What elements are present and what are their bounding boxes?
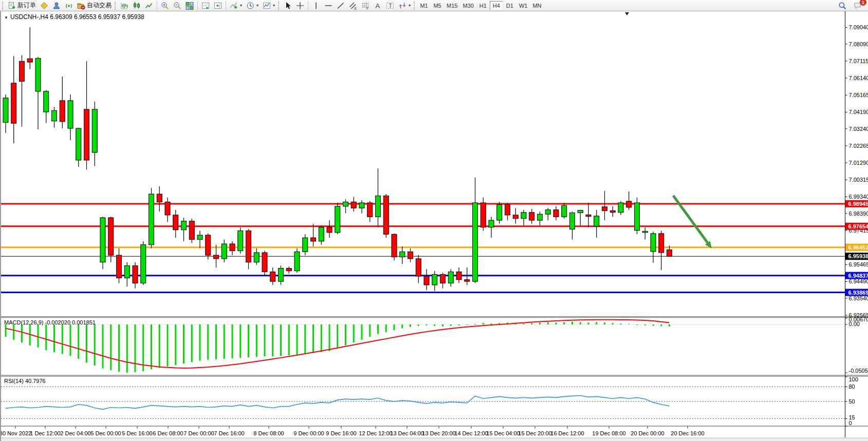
text-label-button[interactable]: T — [384, 1, 396, 11]
horizontal-line-button[interactable] — [322, 1, 335, 11]
time-tick-label: 1 Dec 12:00 — [30, 430, 60, 436]
price-tick-label: 7.09040 — [849, 24, 868, 30]
timeframe-button-w1[interactable]: W1 — [516, 1, 530, 10]
rsi-tick-label: 0 — [849, 420, 852, 426]
chevron-down-icon[interactable]: ▾ — [273, 3, 275, 8]
bar-chart-button[interactable] — [118, 1, 131, 11]
time-axis[interactable]: 30 Nov 20221 Dec 12:002 Dec 04:005 Dec 0… — [1, 426, 705, 436]
timeframe-button-h4[interactable]: H4 — [490, 1, 503, 10]
auto-scroll-button[interactable] — [199, 1, 212, 11]
chart-collapse-icon[interactable]: ▼ — [4, 15, 8, 20]
price-badge-label: 6.95938 — [848, 253, 868, 259]
timeframe-button-m30[interactable]: M30 — [460, 1, 476, 10]
price-tick-label: 7.01290 — [849, 160, 868, 166]
zoom-out-button[interactable] — [171, 1, 183, 11]
new-order-button[interactable]: 新订单 — [6, 1, 38, 11]
time-tick-label: 6 Dec 08:00 — [153, 430, 183, 436]
timeframe-button-m1[interactable]: M1 — [417, 1, 431, 10]
timeframe-button-h1[interactable]: H1 — [476, 1, 490, 10]
fibonacci-button[interactable]: F — [359, 1, 372, 11]
toolbar: 新订单自动交易▾▾▾EFAT▾M1M5M15M30H1H4D1W1MN1 — [0, 0, 868, 11]
trendline-icon — [337, 2, 345, 10]
crosshair-icon — [296, 2, 304, 10]
autotrading-icon — [77, 2, 85, 10]
text-button[interactable]: A — [372, 1, 384, 11]
line-chart-button[interactable] — [143, 1, 155, 11]
price-badge-label: 6.93869 — [848, 290, 868, 296]
chart-title: ▼USDCNH-,H4 6.96309 6.96553 6.95937 6.95… — [4, 13, 144, 21]
timeframe-button-d1[interactable]: D1 — [503, 1, 516, 10]
chart-title-text: USDCNH-,H4 6.96309 6.96553 6.95937 6.959… — [10, 13, 144, 21]
search-button[interactable] — [836, 1, 848, 11]
profile-icon — [52, 2, 61, 10]
svg-text:E: E — [355, 6, 357, 10]
rsi-tick-label: 80 — [849, 384, 855, 390]
trendline-button[interactable] — [335, 1, 347, 11]
toolbar-separator — [226, 1, 226, 10]
quotes-button[interactable] — [38, 1, 50, 11]
time-tick-label: 20 Dec 00:00 — [631, 430, 664, 436]
toolbar-grip[interactable] — [2, 2, 5, 10]
price-tick-label: 7.03240 — [849, 126, 868, 132]
toolbar-grip[interactable] — [115, 2, 117, 10]
zoom-in-button[interactable] — [159, 1, 171, 11]
price-tick-label: 7.08090 — [849, 41, 868, 47]
rsi-indicator-label: RSI(14) 40.7976 — [4, 378, 46, 384]
price-tick-label: 7.02265 — [849, 143, 868, 149]
profile-button[interactable] — [50, 1, 63, 11]
timeframe-button-mn[interactable]: MN — [530, 1, 544, 10]
arrows-button[interactable]: ▾ — [396, 1, 413, 11]
autotrading-button[interactable]: 自动交易 — [75, 1, 114, 11]
chart-shift-icon — [214, 2, 222, 10]
time-tick-label: 15 Dec 04:00 — [486, 430, 520, 436]
rsi-tick-label: 100 — [849, 376, 858, 382]
periods-icon — [246, 2, 254, 10]
periods-button[interactable]: ▾ — [244, 1, 261, 11]
hline-icon — [324, 2, 333, 10]
timeframe-button-m5[interactable]: M5 — [431, 1, 444, 10]
price-badge-label: 6.94837 — [848, 273, 868, 279]
notifications-button[interactable]: 1 — [852, 1, 864, 11]
chevron-down-icon[interactable]: ▾ — [240, 3, 242, 8]
time-tick-label: 7 Dec 00:00 — [183, 430, 214, 436]
svg-text:A: A — [376, 2, 380, 10]
time-tick-label: 12 Dec 12:00 — [359, 430, 392, 436]
macd-tick-label: -0.050575 — [849, 368, 868, 374]
vertical-line-button[interactable] — [310, 1, 322, 11]
timeframe-button-m15[interactable]: M15 — [444, 1, 460, 10]
vline-icon — [312, 2, 320, 10]
chart-shift-button[interactable] — [212, 1, 224, 11]
equidistant-channel-button[interactable]: E — [347, 1, 359, 11]
tile-windows-icon — [186, 2, 194, 10]
price-badge-label: 6.98945 — [848, 201, 868, 207]
signals-button[interactable] — [63, 1, 75, 11]
chart-canvas[interactable]: 7.090407.080907.071157.061407.051657.041… — [1, 11, 868, 441]
svg-text:F: F — [366, 6, 368, 10]
time-tick-label: 5 Dec 16:00 — [122, 430, 152, 436]
price-badge-label: 6.97654 — [848, 223, 868, 229]
candlestick-chart-button[interactable] — [131, 1, 143, 11]
time-tick-label: 16 Dec 12:00 — [550, 430, 584, 436]
time-tick-label: 5 Dec 00:00 — [90, 430, 121, 436]
quotes-icon — [40, 2, 48, 10]
indicators-button[interactable]: ▾ — [228, 1, 244, 11]
time-tick-label: 2 Dec 04:00 — [60, 430, 90, 436]
toolbar-right: 1 — [836, 1, 867, 11]
time-tick-label: 13 Dec 20:00 — [422, 430, 455, 436]
time-tick-label: 13 Dec 04:00 — [390, 430, 423, 436]
chevron-down-icon[interactable]: ▾ — [256, 3, 258, 8]
text-label-icon: T — [386, 2, 394, 10]
price-tick-label: 6.99340 — [849, 194, 868, 200]
new-order-button-label: 新订单 — [17, 1, 36, 10]
svg-text:T: T — [389, 3, 392, 8]
price-tick-label: 6.94490 — [849, 278, 868, 284]
chevron-down-icon[interactable]: ▾ — [409, 3, 411, 8]
toolbar-grip[interactable] — [278, 2, 281, 10]
search-icon — [838, 2, 846, 10]
toolbar-grip[interactable] — [414, 2, 416, 10]
templates-button[interactable]: ▾ — [261, 1, 277, 11]
zoom-out-icon — [173, 2, 181, 10]
tile-windows-button[interactable] — [183, 1, 196, 11]
crosshair-button[interactable] — [294, 1, 306, 11]
cursor-button[interactable] — [282, 1, 294, 11]
